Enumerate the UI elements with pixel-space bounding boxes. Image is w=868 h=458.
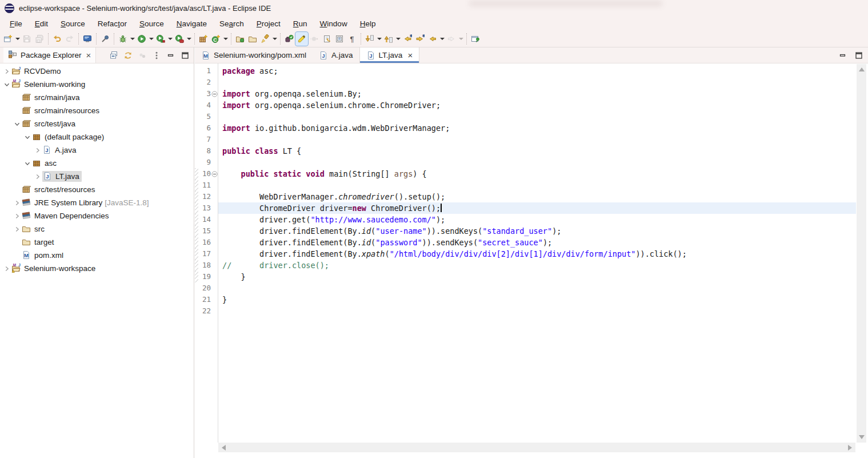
tree-item-src-main-resources[interactable]: src/main/resources — [0, 104, 194, 117]
scroll-left-arrow-icon[interactable] — [222, 445, 226, 451]
menu-source[interactable]: Source — [54, 18, 91, 30]
line-number[interactable]: 9 — [198, 157, 211, 168]
line-number[interactable]: 5 — [198, 111, 211, 122]
tree-item-pom-xml[interactable]: Mpom.xml — [0, 249, 194, 262]
pin-button[interactable] — [99, 32, 111, 46]
expand-expanded-icon[interactable] — [13, 120, 22, 129]
tree-item-lt-java[interactable]: JLT.java — [0, 170, 194, 183]
coverage-button[interactable] — [154, 32, 167, 46]
new-wizard-button[interactable] — [2, 32, 14, 46]
tree-item-src-test-java[interactable]: src/test/java — [0, 117, 194, 130]
next-annotation-button[interactable] — [308, 32, 321, 46]
menu-refactor[interactable]: Refactor — [91, 18, 133, 30]
minimize-button[interactable] — [166, 50, 176, 61]
pin-editor-button[interactable] — [469, 32, 482, 46]
undo-button[interactable] — [51, 32, 63, 46]
debug-dropdown[interactable] — [129, 32, 135, 46]
tree-item-src[interactable]: src — [0, 222, 194, 236]
coverage-dropdown[interactable] — [167, 32, 173, 46]
line-number[interactable]: 1 — [198, 65, 211, 77]
line-number[interactable]: 14 — [198, 214, 211, 225]
line-number[interactable]: 4 — [198, 99, 211, 111]
tree-item-target[interactable]: target — [0, 236, 194, 249]
redo-button[interactable] — [63, 32, 76, 46]
search-dropdown[interactable] — [271, 32, 278, 46]
tab-selenium-working-pom-xml[interactable]: MSelenium-working/pom.xml — [195, 47, 313, 63]
show-source-button[interactable] — [321, 32, 333, 46]
link-with-editor-button[interactable] — [123, 50, 133, 61]
tab-a-java[interactable]: JA.java — [313, 47, 359, 63]
scroll-right-arrow-icon[interactable] — [848, 445, 852, 451]
scroll-down-arrow-icon[interactable] — [859, 435, 865, 439]
tree-item-src-main-java[interactable]: src/main/java — [0, 91, 194, 104]
line-number[interactable]: 12 — [198, 191, 211, 202]
new-java-project-button[interactable] — [197, 32, 210, 46]
focus-button[interactable] — [137, 50, 147, 61]
tab-lt-java[interactable]: JLT.java× — [359, 47, 420, 63]
expand-expanded-icon[interactable] — [23, 159, 32, 168]
menu-project[interactable]: Project — [250, 18, 287, 30]
menu-help[interactable]: Help — [354, 18, 382, 30]
open-type-button[interactable] — [234, 32, 246, 46]
line-number[interactable]: 15 — [198, 225, 211, 237]
line-number[interactable]: 10 — [198, 168, 211, 180]
tab-close-icon[interactable]: × — [407, 50, 413, 60]
expand-collapsed-icon[interactable] — [2, 67, 11, 76]
expand-expanded-icon[interactable] — [23, 133, 32, 142]
tab-package-explorer[interactable]: Package Explorer × — [3, 47, 96, 63]
line-number[interactable]: 7 — [198, 134, 211, 145]
tree-item-selenium-working[interactable]: MJSelenium-working — [0, 78, 194, 91]
line-number[interactable]: 3 — [198, 88, 211, 99]
expand-collapsed-icon[interactable] — [13, 225, 22, 234]
line-number[interactable]: 19 — [198, 271, 211, 282]
forward-dropdown[interactable] — [458, 32, 464, 46]
save-button[interactable] — [21, 32, 33, 46]
menu-file[interactable]: File — [3, 18, 29, 30]
tree-item-maven-dependencies[interactable]: Maven Dependencies — [0, 209, 194, 222]
menu-run[interactable]: Run — [287, 18, 314, 30]
go-to-previous-annotation-button[interactable] — [382, 32, 395, 46]
view-menu-button[interactable] — [151, 50, 162, 61]
maximize-button[interactable] — [180, 50, 190, 61]
vertical-scrollbar[interactable] — [857, 64, 866, 443]
line-number[interactable]: 18 — [198, 260, 211, 271]
menu-window[interactable]: Window — [314, 18, 354, 30]
maximize-view-button[interactable] — [854, 51, 863, 60]
collapse-all-button[interactable] — [109, 50, 119, 61]
open-resource-button[interactable] — [246, 32, 259, 46]
tree-item-a-java[interactable]: JA.java — [0, 144, 194, 157]
go-to-next-annotation-dropdown[interactable] — [376, 32, 382, 46]
profile-button[interactable] — [173, 32, 186, 46]
line-number[interactable]: 21 — [198, 294, 211, 305]
next-edit-location-button[interactable]: ✱ — [414, 32, 426, 46]
run-button[interactable] — [135, 32, 148, 46]
tree-item-src-test-resources[interactable]: src/test/resources — [0, 183, 194, 196]
tree-item-default-package[interactable]: (default package) — [0, 130, 194, 144]
line-number[interactable]: 17 — [198, 248, 211, 260]
profile-dropdown[interactable] — [186, 32, 192, 46]
tree-item-jre-system-library[interactable]: JRE System Library[JavaSE-1.8] — [0, 196, 194, 209]
menu-source[interactable]: Source — [133, 18, 170, 30]
tree-item-rcvdemo[interactable]: JRCVDemo — [0, 65, 194, 78]
line-number[interactable]: 16 — [198, 237, 211, 248]
view-close-icon[interactable]: × — [86, 50, 91, 60]
line-number[interactable]: 13 — [198, 202, 211, 214]
tree-item-selenium-workspace[interactable]: MJSelenium-workspace — [0, 262, 194, 275]
open-console-button[interactable] — [81, 32, 94, 46]
tree-item-asc[interactable]: asc — [0, 157, 194, 170]
expand-collapsed-icon[interactable] — [13, 212, 22, 221]
expand-collapsed-icon[interactable] — [33, 172, 42, 181]
scroll-up-arrow-icon[interactable] — [859, 67, 865, 71]
menu-edit[interactable]: Edit — [29, 18, 54, 30]
menu-navigate[interactable]: Navigate — [170, 18, 213, 30]
run-dropdown[interactable] — [148, 32, 154, 46]
menu-search[interactable]: Search — [213, 18, 250, 30]
back-button[interactable] — [426, 32, 439, 46]
go-to-next-annotation-button[interactable] — [363, 32, 376, 46]
expand-collapsed-icon[interactable] — [2, 264, 11, 273]
save-all-button[interactable] — [33, 32, 46, 46]
line-number[interactable]: 20 — [198, 282, 211, 294]
show-whitespace-button[interactable]: ¶ — [346, 32, 358, 46]
line-number[interactable]: 22 — [198, 305, 211, 317]
minimize-view-button[interactable] — [838, 51, 847, 60]
